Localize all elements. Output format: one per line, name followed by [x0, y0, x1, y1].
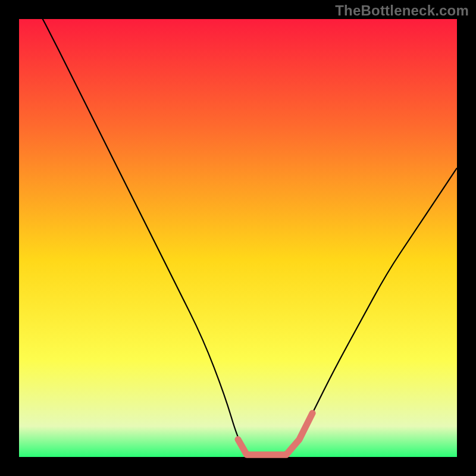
- watermark-text: TheBottleneck.com: [335, 2, 469, 19]
- gradient-background: [19, 19, 457, 457]
- chart-container: TheBottleneck.com: [0, 0, 476, 476]
- bottleneck-chart: [0, 0, 476, 476]
